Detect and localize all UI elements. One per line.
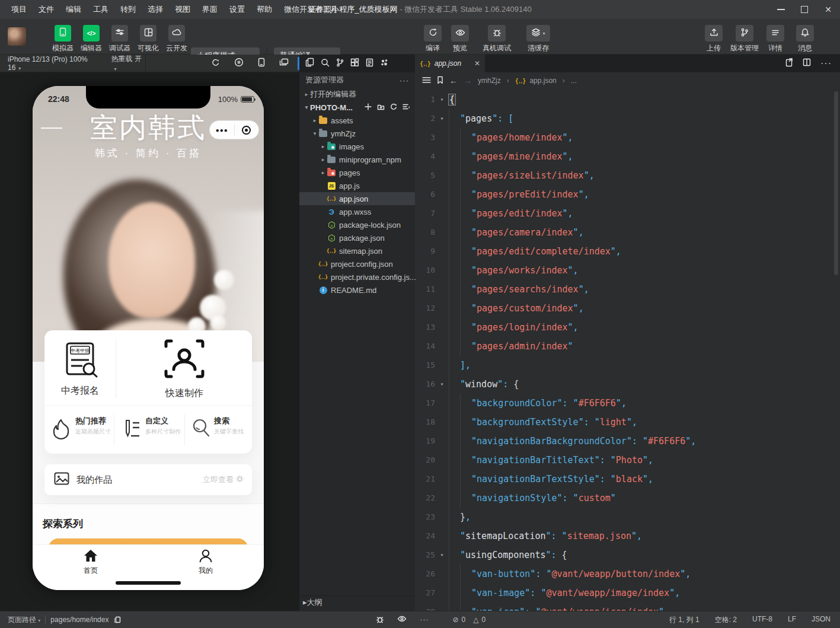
close-tab-icon[interactable]: ✕ — [474, 59, 480, 68]
open-preview-icon[interactable] — [785, 58, 793, 69]
code-line[interactable]: 25▾ "usingComponents": { — [415, 546, 840, 565]
back-arrow-icon[interactable]: ← — [449, 76, 458, 85]
code-line[interactable]: 15 ], — [415, 356, 840, 375]
custom-size-item[interactable]: 自定义 多种尺寸制作 — [120, 416, 181, 436]
multi-window-icon[interactable] — [279, 58, 289, 68]
debugger-toggle-button[interactable]: 调试器 — [106, 25, 134, 53]
record-icon[interactable] — [234, 58, 244, 69]
code-line[interactable]: 27 "van-image": "@vant/weapp/image/index… — [415, 584, 840, 603]
hot-reload-toggle[interactable]: 热重载 开▾ — [111, 54, 145, 72]
open-editors-section[interactable]: ▸打开的编辑器 — [299, 88, 415, 101]
code-line[interactable]: 21 "navigationBarTextStyle": "black", — [415, 470, 840, 489]
extensions-icon[interactable] — [350, 58, 359, 69]
close-button[interactable]: ✕ — [816, 0, 840, 19]
menu-item[interactable]: 帮助 — [251, 2, 277, 17]
face-scan-icon[interactable] — [163, 337, 206, 382]
code-line[interactable]: 4 "pages/mine/index", — [415, 147, 840, 166]
page-path-label[interactable]: 页面路径 ▾ — [8, 615, 40, 625]
version-control-button[interactable]: 版本管理 — [728, 25, 761, 53]
forward-arrow-icon[interactable]: → — [464, 76, 472, 85]
tree-item-images[interactable]: ▸images — [299, 140, 415, 153]
tree-item-pages[interactable]: ▸pages — [299, 166, 415, 179]
new-file-icon[interactable] — [365, 103, 372, 112]
code-line[interactable]: 12 "pages/custom/index", — [415, 299, 840, 318]
code-line[interactable]: 26 "van-button": "@vant/weapp/button/ind… — [415, 565, 840, 584]
minimize-button[interactable] — [769, 0, 793, 19]
user-avatar[interactable] — [8, 27, 26, 46]
tab-home[interactable]: 首页 — [64, 549, 117, 576]
messages-button[interactable]: 消息 — [788, 25, 822, 53]
tree-item-miniprogram-npm[interactable]: ▸miniprogram_npm — [299, 153, 415, 166]
feature-exam-label[interactable]: 中考报名 — [39, 385, 122, 397]
simulator-toggle-button[interactable]: 模拟器 — [49, 25, 77, 53]
code-line[interactable]: 1▾{ — [415, 90, 840, 109]
tree-item-assets[interactable]: ▸assets — [299, 114, 415, 127]
refresh-icon[interactable] — [390, 103, 397, 112]
outline-list-icon[interactable] — [422, 76, 431, 85]
code-line[interactable]: 5 "pages/sizeList/index", — [415, 166, 840, 185]
tree-item-README-md[interactable]: iREADME.md — [299, 283, 415, 297]
code-line[interactable]: 9 "pages/edit/complete/index", — [415, 242, 840, 261]
breadcrumb-file[interactable]: app.json — [529, 76, 556, 85]
code-line[interactable]: 16▾ "window": { — [415, 375, 840, 394]
bug-icon[interactable] — [376, 615, 384, 625]
code-line[interactable]: 19 "navigationBarBackgroundColor": "#F6F… — [415, 432, 840, 451]
more-icon[interactable]: ··· — [420, 616, 429, 624]
code-line[interactable]: 8 "pages/camera/index", — [415, 223, 840, 242]
code-line[interactable]: 6 "pages/preEdit/index", — [415, 185, 840, 204]
code-line[interactable]: 22 "navigationStyle": "custom" — [415, 489, 840, 508]
tree-item-project-config-json[interactable]: {‥}project.config.json — [299, 257, 415, 270]
visualize-toggle-button[interactable]: 可视化 — [134, 25, 162, 53]
code-line[interactable]: 28 "van-icon": "@vant/weapp/icon/index", — [415, 603, 840, 611]
bookmark-icon[interactable] — [437, 76, 443, 86]
breadcrumb-folder[interactable]: ymhZjz — [478, 76, 501, 85]
upload-button[interactable]: 上传 — [697, 25, 730, 53]
problems-indicator[interactable]: ⊘0 △0 — [452, 616, 486, 624]
tree-item-package-lock-json[interactable]: jspackage-lock.json — [299, 218, 415, 231]
code-line[interactable]: 10 "pages/works/index", — [415, 261, 840, 280]
more-dots-icon[interactable]: ●●● — [210, 127, 234, 133]
cloud-dev-button[interactable]: 云开发 — [162, 25, 191, 53]
menu-item[interactable]: 选择 — [142, 2, 168, 17]
statusbar-item[interactable]: 空格: 2 — [715, 615, 737, 625]
menu-item[interactable]: 项目 — [6, 2, 32, 17]
explorer-more-icon[interactable]: ··· — [400, 76, 409, 85]
statusbar-item[interactable]: UTF-8 — [752, 615, 772, 625]
editor-toggle-button[interactable]: </> 编辑器 — [77, 25, 106, 53]
device-debug-button[interactable]: 真机调试 — [480, 25, 513, 53]
project-root[interactable]: ▾PHOTO-M... — [299, 101, 415, 114]
menu-item[interactable]: 编辑 — [60, 2, 87, 17]
search-item[interactable]: 搜索 关键字查找 — [190, 416, 244, 436]
new-folder-icon[interactable] — [377, 103, 385, 112]
statusbar-item[interactable]: LF — [788, 615, 796, 625]
rotate-icon[interactable] — [211, 58, 220, 69]
menu-item[interactable]: 微信开发者工具 — [279, 2, 343, 17]
capsule-close-icon[interactable] — [235, 126, 259, 135]
maximize-button[interactable] — [793, 0, 816, 19]
tab-mine[interactable]: 我的 — [179, 549, 232, 576]
menu-item[interactable]: 转到 — [115, 2, 141, 17]
eye-icon[interactable] — [397, 616, 407, 624]
tab-app-json[interactable]: {‥} app.json ✕ — [415, 55, 485, 72]
my-works-card[interactable]: 我的作品 立即查看 — [44, 464, 252, 495]
search-icon[interactable] — [321, 58, 330, 69]
statusbar-item[interactable]: JSON — [812, 615, 831, 625]
tree-item-app-js[interactable]: JSapp.js — [299, 179, 415, 192]
code-line[interactable]: 11 "pages/searchs/index", — [415, 280, 840, 299]
code-line[interactable]: 24 "sitemapLocation": "sitemap.json", — [415, 527, 840, 546]
hot-recommend-item[interactable]: 热门推荐 近期高频尺寸 — [50, 416, 111, 436]
statusbar-item[interactable]: 行 1, 列 1 — [669, 615, 700, 625]
menu-item[interactable]: 视图 — [170, 2, 196, 17]
code-line[interactable]: 14 "pages/admin/index" — [415, 337, 840, 356]
collapse-all-icon[interactable] — [403, 103, 410, 112]
split-editor-icon[interactable] — [803, 58, 811, 69]
tree-item-sitemap-json[interactable]: {‥}sitemap.json — [299, 244, 415, 257]
code-line[interactable]: 7 "pages/edit/index", — [415, 204, 840, 223]
details-button[interactable]: 详情 — [759, 25, 792, 53]
tree-item-app-json[interactable]: {‥}app.json — [299, 192, 415, 205]
device-frame-icon[interactable] — [258, 58, 265, 69]
tree-item-project-private-config-js-[interactable]: {‥}project.private.config.js... — [299, 270, 415, 283]
code-line[interactable]: 3 "pages/home/index", — [415, 128, 840, 147]
menu-item[interactable]: 工具 — [88, 2, 114, 17]
device-select[interactable]: iPhone 12/13 (Pro) 100% 16▾ — [0, 55, 98, 72]
